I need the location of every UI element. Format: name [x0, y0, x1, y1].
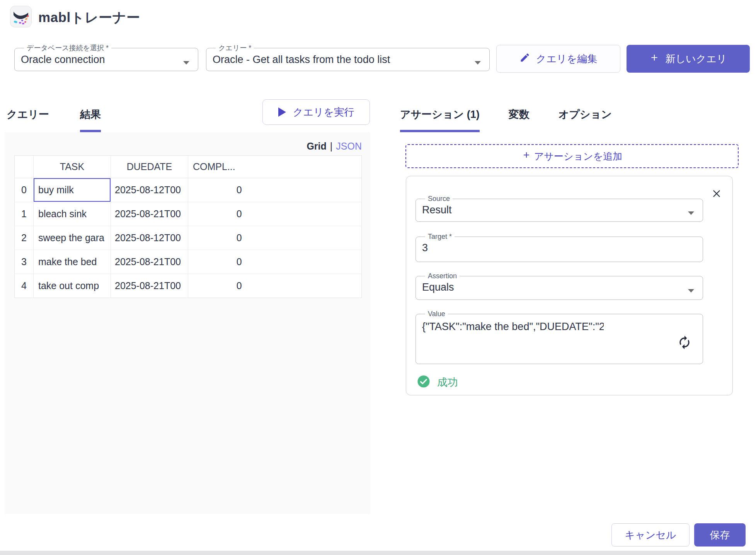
- completed-cell[interactable]: 0: [188, 226, 290, 250]
- duedate-cell[interactable]: 2025-08-12T00: [111, 226, 188, 250]
- row-index-cell[interactable]: 1: [15, 202, 34, 226]
- database-connection-label: データベース接続を選択 *: [24, 43, 111, 53]
- task-cell[interactable]: take out comp: [34, 274, 111, 298]
- app-header: mablトレーナー: [10, 5, 140, 29]
- cancel-button[interactable]: キャンセル: [611, 523, 690, 546]
- assertion-status: 成功: [417, 375, 458, 390]
- tab-results[interactable]: 結果: [80, 107, 101, 132]
- results-panel: Grid | JSON TASK DUEDATE COMPL... 0 buy …: [5, 132, 370, 514]
- check-circle-icon: [417, 375, 430, 390]
- completed-cell[interactable]: 0: [188, 202, 290, 226]
- run-query-button[interactable]: クエリを実行: [262, 99, 370, 125]
- view-toggle: Grid | JSON: [306, 141, 362, 152]
- row-index-cell[interactable]: 2: [15, 226, 34, 250]
- results-tabbar: クエリー 結果: [7, 107, 101, 132]
- query-select[interactable]: クエリー * Oracle - Get all tasks from the t…: [206, 43, 490, 71]
- table-row: 1 bleach sink 2025-08-21T00 0: [15, 202, 362, 226]
- status-badge: 成功: [437, 375, 458, 389]
- source-value: Result: [422, 204, 696, 216]
- target-label: Target *: [425, 233, 455, 241]
- value-text: {"TASK":"make the bed","DUEDATE":"2025-0…: [422, 319, 604, 334]
- chevron-down-icon: [475, 61, 481, 65]
- duedate-cell[interactable]: 2025-08-12T00: [111, 178, 188, 202]
- query-select-value: Oracle - Get all tasks from the todo lis…: [213, 54, 482, 66]
- column-header-filler: [290, 156, 362, 178]
- tab-options[interactable]: オプション: [558, 107, 612, 132]
- completed-cell[interactable]: 0: [188, 178, 290, 202]
- duedate-cell[interactable]: 2025-08-21T00: [111, 250, 188, 274]
- add-assertion-button[interactable]: アサーションを追加: [405, 144, 739, 168]
- task-cell-selected[interactable]: buy milk: [34, 178, 111, 202]
- cancel-label: キャンセル: [625, 528, 676, 542]
- edit-query-label: クエリを編集: [536, 52, 597, 66]
- assertion-target-input[interactable]: Target * 3: [415, 233, 703, 262]
- row-index-cell[interactable]: 3: [15, 250, 34, 274]
- assertion-tabbar: アサーション (1) 変数 オプション: [400, 107, 612, 132]
- tab-variables[interactable]: 変数: [509, 107, 530, 132]
- plus-icon: [522, 150, 531, 162]
- completed-cell[interactable]: 0: [188, 274, 290, 298]
- table-row: 2 sweep the gara 2025-08-12T00 0: [15, 226, 362, 250]
- duedate-cell[interactable]: 2025-08-21T00: [111, 274, 188, 298]
- table-row: 0 buy milk 2025-08-12T00 0: [15, 178, 362, 202]
- source-label: Source: [425, 195, 453, 203]
- query-select-label: クエリー *: [216, 43, 254, 53]
- chevron-down-icon: [688, 211, 694, 215]
- save-button[interactable]: 保存: [694, 523, 746, 546]
- pencil-icon: [519, 52, 530, 66]
- tab-queries[interactable]: クエリー: [7, 107, 49, 132]
- close-icon[interactable]: [711, 188, 722, 199]
- table-header-row: TASK DUEDATE COMPL...: [15, 156, 362, 178]
- results-table: TASK DUEDATE COMPL... 0 buy milk 2025-08…: [14, 155, 362, 298]
- column-header-index: [15, 156, 34, 178]
- refresh-icon[interactable]: [677, 335, 692, 350]
- assertion-label: Assertion: [425, 272, 460, 280]
- assertion-value-input[interactable]: Value {"TASK":"make the bed","DUEDATE":"…: [415, 310, 703, 364]
- play-icon: [278, 107, 286, 117]
- task-cell[interactable]: bleach sink: [34, 202, 111, 226]
- save-label: 保存: [710, 528, 730, 542]
- row-index-cell[interactable]: 0: [15, 178, 34, 202]
- database-connection-value: Oracle connection: [21, 54, 191, 66]
- column-header-completed: COMPL...: [188, 156, 290, 178]
- tab-assertions[interactable]: アサーション (1): [400, 107, 480, 132]
- table-row: 4 take out comp 2025-08-21T00 0: [15, 274, 362, 298]
- run-query-label: クエリを実行: [293, 106, 354, 119]
- new-query-button[interactable]: 新しいクエリ: [627, 45, 750, 73]
- page-title: mablトレーナー: [38, 9, 140, 27]
- add-assertion-label: アサーションを追加: [534, 150, 623, 163]
- mabl-logo-icon: [10, 5, 32, 29]
- window-bottom-edge: [0, 551, 756, 555]
- target-value: 3: [422, 242, 696, 254]
- plus-icon: [649, 53, 659, 65]
- table-row: 3 make the bed 2025-08-21T00 0: [15, 250, 362, 274]
- edit-query-button[interactable]: クエリを編集: [496, 45, 620, 73]
- task-cell[interactable]: make the bed: [34, 250, 111, 274]
- assertion-card: Source Result Target * 3 Assertion Equal…: [406, 176, 733, 395]
- chevron-down-icon: [183, 61, 189, 65]
- mabl-trainer-window: mablトレーナー データベース接続を選択 * Oracle connectio…: [0, 0, 756, 555]
- assertion-value: Equals: [422, 281, 696, 293]
- duedate-cell[interactable]: 2025-08-21T00: [111, 202, 188, 226]
- chevron-down-icon: [688, 289, 694, 293]
- new-query-label: 新しいクエリ: [665, 52, 727, 66]
- task-cell[interactable]: sweep the gara: [34, 226, 111, 250]
- column-header-duedate: DUEDATE: [111, 156, 188, 178]
- completed-cell[interactable]: 0: [188, 250, 290, 274]
- view-grid-toggle[interactable]: Grid: [306, 141, 326, 152]
- value-label: Value: [425, 310, 448, 318]
- database-connection-select[interactable]: データベース接続を選択 * Oracle connection: [14, 43, 198, 71]
- column-header-task: TASK: [34, 156, 111, 178]
- assertion-source-select[interactable]: Source Result: [415, 195, 703, 222]
- row-index-cell[interactable]: 4: [15, 274, 34, 298]
- assertion-type-select[interactable]: Assertion Equals: [415, 272, 703, 300]
- view-json-toggle[interactable]: JSON: [336, 141, 362, 152]
- view-toggle-separator: |: [330, 141, 333, 152]
